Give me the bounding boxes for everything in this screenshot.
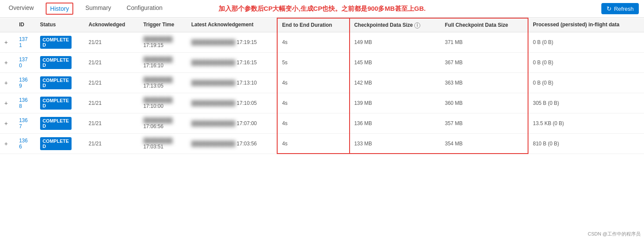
row-checkpointed-size: 133 MB xyxy=(350,133,441,154)
col-id-header: ID xyxy=(15,18,36,32)
row-acknowledged: 21/21 xyxy=(84,52,139,72)
tab-overview[interactable]: Overview xyxy=(5,3,37,15)
history-table: ID Status Acknowledged Trigger Time Late… xyxy=(0,18,644,154)
expand-button[interactable]: + xyxy=(4,59,8,66)
row-processed: 305 B (0 B) xyxy=(528,93,644,113)
latest-ack-blurred: ████████████ xyxy=(191,80,235,86)
table-row: +1371COMPLETED21/21████████17:19:15█████… xyxy=(0,32,644,52)
col-acknowledged-header: Acknowledged xyxy=(84,18,139,32)
info-icon[interactable]: i xyxy=(414,22,420,28)
status-badge: COMPLETED xyxy=(40,117,72,130)
trigger-date-blurred: ████████ xyxy=(143,97,172,103)
history-table-container: ID Status Acknowledged Trigger Time Late… xyxy=(0,18,644,154)
row-acknowledged: 21/21 xyxy=(84,113,139,133)
row-status: COMPLETED xyxy=(36,32,84,52)
expand-button[interactable]: + xyxy=(4,120,8,127)
row-duration: 4s xyxy=(277,72,349,93)
row-duration: 4s xyxy=(277,113,349,133)
row-latest-ack: ████████████ 17:10:05 xyxy=(187,93,278,113)
latest-ack-blurred: ████████████ xyxy=(191,39,235,45)
row-status: COMPLETED xyxy=(36,113,84,133)
row-latest-ack: ████████████ 17:03:56 xyxy=(187,133,278,154)
row-trigger-time: ████████17:10:00 xyxy=(139,93,187,113)
latest-ack-blurred: ████████████ xyxy=(191,120,235,126)
row-checkpointed-size: 142 MB xyxy=(350,72,441,93)
trigger-date-blurred: ████████ xyxy=(143,77,172,83)
status-badge: COMPLETED xyxy=(40,56,72,69)
row-duration: 4s xyxy=(277,93,349,113)
table-row: +1367COMPLETED21/21████████17:06:56█████… xyxy=(0,113,644,133)
tab-bar: Overview History Summary Configuration xyxy=(5,3,166,15)
row-id: 1371 xyxy=(15,32,36,52)
refresh-label: Refresh xyxy=(614,6,634,12)
row-processed: 0 B (0 B) xyxy=(528,72,644,93)
row-status: COMPLETED xyxy=(36,72,84,93)
col-processed-header: Processed (persisted) in-flight data xyxy=(528,18,644,32)
tab-summary[interactable]: Summary xyxy=(82,3,115,15)
row-checkpointed-size: 136 MB xyxy=(350,113,441,133)
col-expand-header xyxy=(0,18,15,32)
row-full-checkpoint-size: 357 MB xyxy=(441,113,528,133)
status-badge: COMPLETED xyxy=(40,36,72,49)
row-checkpointed-size: 149 MB xyxy=(350,32,441,52)
row-full-checkpoint-size: 371 MB xyxy=(441,32,528,52)
table-row: +1368COMPLETED21/21████████17:10:00█████… xyxy=(0,93,644,113)
row-duration: 5s xyxy=(277,52,349,72)
row-processed: 0 B (0 B) xyxy=(528,52,644,72)
row-trigger-time: ████████17:19:15 xyxy=(139,32,187,52)
col-checkpointed-header: Checkpointed Data Size i xyxy=(350,18,441,32)
tab-history[interactable]: History xyxy=(46,3,73,15)
status-badge: COMPLETED xyxy=(40,76,72,89)
row-id: 1369 xyxy=(15,72,36,93)
table-row: +1369COMPLETED21/21████████17:13:05█████… xyxy=(0,72,644,93)
row-trigger-time: ████████17:16:10 xyxy=(139,52,187,72)
row-latest-ack: ████████████ 17:16:15 xyxy=(187,52,278,72)
row-latest-ack: ████████████ 17:07:00 xyxy=(187,113,278,133)
expand-button[interactable]: + xyxy=(4,140,8,147)
row-processed: 13.5 KB (0 B) xyxy=(528,113,644,133)
col-full-checkpoint-header: Full Checkpoint Data Size xyxy=(441,18,528,32)
row-trigger-time: ████████17:03:51 xyxy=(139,133,187,154)
row-id: 1368 xyxy=(15,93,36,113)
latest-ack-blurred: ████████████ xyxy=(191,141,235,147)
tab-configuration[interactable]: Configuration xyxy=(123,3,166,15)
expand-button[interactable]: + xyxy=(4,39,8,46)
row-id: 1367 xyxy=(15,113,36,133)
row-processed: 810 B (0 B) xyxy=(528,133,644,154)
latest-ack-blurred: ████████████ xyxy=(191,60,235,66)
row-checkpointed-size: 145 MB xyxy=(350,52,441,72)
row-full-checkpoint-size: 360 MB xyxy=(441,93,528,113)
trigger-date-blurred: ████████ xyxy=(143,57,172,63)
row-full-checkpoint-size: 354 MB xyxy=(441,133,528,154)
row-full-checkpoint-size: 367 MB xyxy=(441,52,528,72)
top-bar: Overview History Summary Configuration 加… xyxy=(0,0,644,18)
row-processed: 0 B (0 B) xyxy=(528,32,644,52)
latest-ack-blurred: ████████████ xyxy=(191,100,235,106)
row-acknowledged: 21/21 xyxy=(84,72,139,93)
col-latest-ack-header: Latest Acknowledgement xyxy=(187,18,278,32)
row-duration: 4s xyxy=(277,133,349,154)
row-acknowledged: 21/21 xyxy=(84,133,139,154)
row-trigger-time: ████████17:13:05 xyxy=(139,72,187,93)
table-row: +1370COMPLETED21/21████████17:16:10█████… xyxy=(0,52,644,72)
row-status: COMPLETED xyxy=(36,52,84,72)
row-status: COMPLETED xyxy=(36,93,84,113)
row-status: COMPLETED xyxy=(36,133,84,154)
refresh-button[interactable]: ↻ Refresh xyxy=(601,3,639,14)
status-badge: COMPLETED xyxy=(40,97,72,110)
annotation-text: 加入那个参数后CP大幅变小,生成CP也快。之前都是900多MB甚至上GB. xyxy=(219,5,426,13)
col-end-to-end-header: End to End Duration xyxy=(277,18,349,32)
trigger-date-blurred: ████████ xyxy=(143,138,172,144)
row-trigger-time: ████████17:06:56 xyxy=(139,113,187,133)
row-acknowledged: 21/21 xyxy=(84,32,139,52)
expand-button[interactable]: + xyxy=(4,79,8,86)
col-status-header: Status xyxy=(36,18,84,32)
col-trigger-header: Trigger Time xyxy=(139,18,187,32)
trigger-date-blurred: ████████ xyxy=(143,117,172,123)
refresh-icon: ↻ xyxy=(606,5,612,12)
row-id: 1370 xyxy=(15,52,36,72)
row-acknowledged: 21/21 xyxy=(84,93,139,113)
expand-button[interactable]: + xyxy=(4,100,8,107)
row-full-checkpoint-size: 363 MB xyxy=(441,72,528,93)
table-row: +1366COMPLETED21/21████████17:03:51█████… xyxy=(0,133,644,154)
